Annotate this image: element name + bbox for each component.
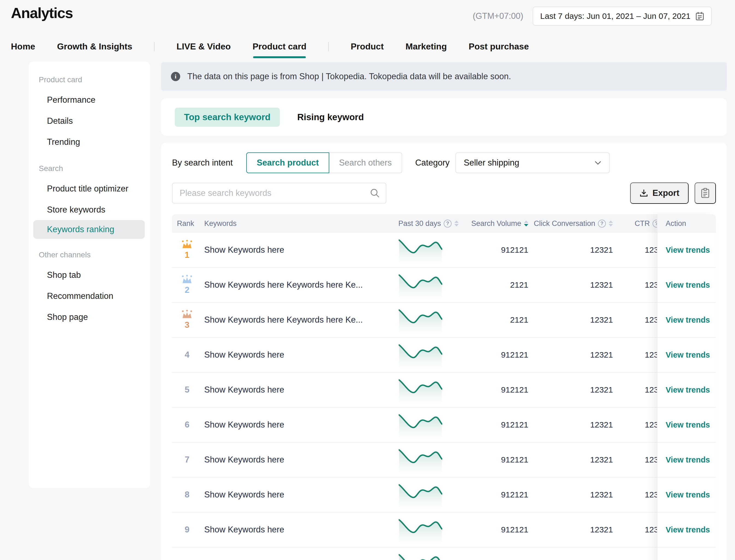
- sidebar-item-recommendation[interactable]: Recommendation: [29, 285, 150, 306]
- action-cell: View trends: [657, 303, 716, 338]
- action-cell: View trends: [657, 443, 716, 478]
- segment-search-product[interactable]: Search product: [246, 152, 329, 173]
- tab-top-search-keyword[interactable]: Top search keyword: [175, 108, 280, 127]
- export-button[interactable]: Export: [630, 182, 689, 204]
- click-conversation-cell: 12321: [534, 420, 618, 429]
- action-cell: View trends: [657, 408, 716, 443]
- view-trends-link[interactable]: View trends: [666, 455, 710, 464]
- sidebar-item-shop-page[interactable]: Shop page: [29, 306, 150, 328]
- sidebar-item-store-keywords[interactable]: Store keywords: [29, 199, 150, 220]
- column-header-label: Click Conversation: [534, 219, 595, 228]
- view-trends-link[interactable]: View trends: [666, 281, 710, 290]
- click-conversation-cell: 12321: [534, 280, 618, 290]
- sparkline-cell: [377, 516, 464, 543]
- sort-icon-active[interactable]: [524, 220, 528, 226]
- sidebar-section-other-channels: Other channels Shop tab Recommendation S…: [29, 250, 150, 328]
- rank-cell: 4: [172, 350, 202, 360]
- crown-icon: [181, 240, 193, 250]
- sparkline-cell: [377, 341, 464, 369]
- sidebar-section-title: Other channels: [39, 250, 150, 260]
- view-trends-link[interactable]: View trends: [666, 385, 710, 394]
- segment-search-others[interactable]: Search others: [329, 152, 402, 173]
- view-trends-link[interactable]: View trends: [666, 316, 710, 325]
- search-icon[interactable]: [370, 188, 380, 198]
- sort-icon[interactable]: [454, 220, 459, 226]
- sparkline-chart: [398, 236, 442, 264]
- rank-number: 8: [185, 490, 189, 500]
- table-row: 1 Show Keywords here 912121 12321 12321: [172, 233, 716, 268]
- column-header-label: CTR: [635, 219, 650, 228]
- sidebar-item-details[interactable]: Details: [29, 110, 150, 131]
- nav-tab-product-card[interactable]: Product card: [253, 42, 306, 52]
- table-row: 2 Show Keywords here Keywords here Ke...…: [172, 268, 716, 303]
- search-volume-cell: 912121: [464, 385, 534, 394]
- rank-cell: 8: [172, 490, 202, 500]
- click-conversation-cell: 12321: [534, 385, 618, 394]
- timezone-label: (GTM+07:00): [472, 11, 523, 21]
- view-trends-link[interactable]: View trends: [666, 350, 710, 359]
- rank-cell: 9: [172, 525, 202, 535]
- sparkline-chart: [398, 516, 442, 543]
- report-clipboard-button[interactable]: [695, 182, 716, 204]
- keyword-tabs-card: Top search keyword Rising keyword: [161, 98, 727, 136]
- view-trends-link[interactable]: View trends: [666, 420, 710, 429]
- nav-tab-home[interactable]: Home: [11, 42, 35, 52]
- keyword-cell: Show Keywords here: [202, 490, 377, 500]
- view-trends-link[interactable]: View trends: [666, 246, 710, 255]
- sort-icon[interactable]: [609, 220, 613, 226]
- banner-text: The data on this page is from Shop | Tok…: [187, 72, 511, 81]
- keywords-table: Rank Keywords Past 30 days ? Search Volu…: [172, 214, 716, 560]
- sidebar-item-performance[interactable]: Performance: [29, 89, 150, 110]
- table-row: 9 Show Keywords here 912121 12321 12321: [172, 512, 716, 547]
- sidebar-item-trending[interactable]: Trending: [29, 131, 150, 152]
- rank-cell: 7: [172, 455, 202, 465]
- nav-tab-post-purchase[interactable]: Post purchase: [468, 42, 529, 52]
- action-cells: View trends View trends View trends View…: [657, 233, 716, 560]
- sidebar-item-product-title-optimizer[interactable]: Product title optimizer: [29, 178, 150, 199]
- sparkline-cell: [377, 446, 464, 473]
- sidebar-item-shop-tab[interactable]: Shop tab: [29, 264, 150, 285]
- sparkline-cell: [377, 376, 464, 403]
- info-icon: i: [171, 72, 180, 81]
- rank-cell: 5: [172, 385, 202, 395]
- crown-icon: [181, 310, 193, 320]
- keyword-cell: Show Keywords here: [202, 525, 377, 535]
- column-header-search-volume: Search Volume: [464, 219, 534, 228]
- action-cell: View trends: [657, 338, 716, 373]
- help-icon[interactable]: ?: [598, 220, 606, 228]
- click-conversation-cell: 12321: [534, 525, 618, 534]
- action-cell: View trends: [657, 373, 716, 408]
- keyword-cell: Show Keywords here Keywords here Ke...: [202, 315, 377, 325]
- table-row: 7 Show Keywords here 912121 12321 12321: [172, 443, 716, 478]
- category-dropdown[interactable]: Seller shipping: [455, 152, 610, 173]
- column-header-keywords: Keywords: [202, 219, 377, 228]
- keyword-cell: Show Keywords here: [202, 245, 377, 255]
- main-nav: Home Growth & Insights LIVE & Video Prod…: [11, 42, 529, 52]
- sidebar-item-keywords-ranking[interactable]: Keywords ranking: [33, 220, 145, 239]
- action-cell: View trends: [657, 268, 716, 303]
- sparkline-chart: [398, 341, 442, 369]
- rank-cell: 3: [172, 310, 202, 330]
- sidebar-section-title: Product card: [39, 75, 150, 84]
- keyword-cell: Show Keywords here: [202, 385, 377, 395]
- category-label: Category: [415, 158, 450, 168]
- click-conversation-cell: 12321: [534, 490, 618, 499]
- main-content: i The data on this page is from Shop | T…: [161, 61, 727, 560]
- search-volume-cell: 2121: [464, 315, 534, 325]
- search-volume-cell: 912121: [464, 525, 534, 534]
- nav-tab-growth-insights[interactable]: Growth & Insights: [57, 42, 132, 52]
- view-trends-link[interactable]: View trends: [666, 525, 710, 534]
- keyword-search-input[interactable]: [172, 183, 386, 204]
- search-volume-cell: 2121: [464, 280, 534, 290]
- sidebar: Product card Performance Details Trendin…: [29, 61, 150, 488]
- help-icon[interactable]: ?: [444, 220, 451, 228]
- top-bar: Analytics (GTM+07:00) Last 7 days: Jun 0…: [0, 0, 735, 36]
- action-cell: View trends: [657, 478, 716, 512]
- nav-tab-product[interactable]: Product: [351, 42, 383, 52]
- tab-rising-keyword[interactable]: Rising keyword: [297, 112, 364, 122]
- view-trends-link[interactable]: View trends: [666, 490, 710, 499]
- date-range-picker[interactable]: Last 7 days: Jun 01, 2021 – Jun 07, 2021: [533, 7, 712, 26]
- rank-cell: 1: [172, 240, 202, 260]
- nav-tab-marketing[interactable]: Marketing: [405, 42, 447, 52]
- nav-tab-live-video[interactable]: LIVE & Video: [176, 42, 231, 52]
